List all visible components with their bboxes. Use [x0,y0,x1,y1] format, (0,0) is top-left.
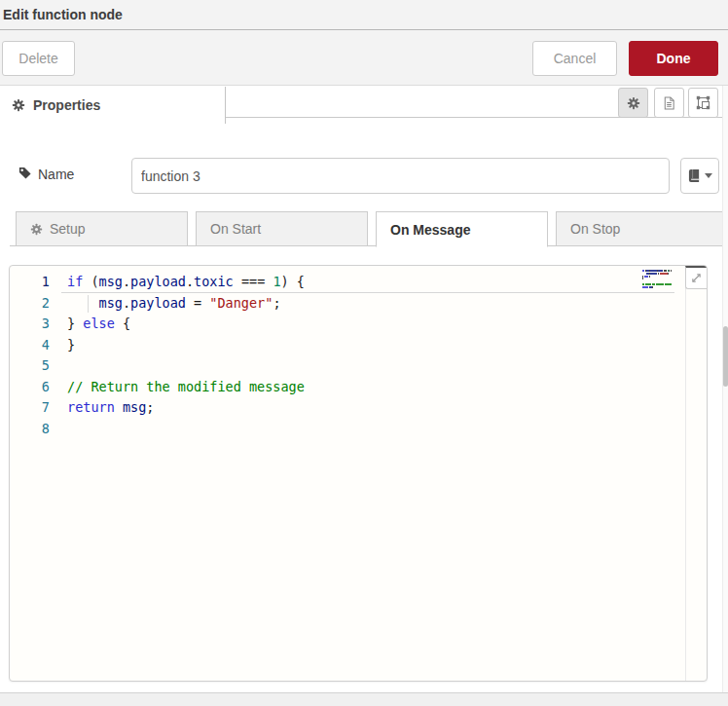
tab-on-stop-label: On Stop [570,221,620,237]
properties-tabbar-divider [226,117,728,118]
scrollbar-thumb[interactable] [723,326,728,387]
line-number: 4 [10,335,50,356]
line-number: 2 [10,293,50,315]
properties-gear-button[interactable] [618,88,648,118]
minimap-segment [642,270,644,272]
tab-on-start[interactable]: On Start [196,211,368,246]
minimap-segment [650,273,657,275]
document-icon [662,95,676,111]
resize-tray-button[interactable] [688,88,718,118]
editor-right-divider [685,266,686,682]
cancel-button[interactable]: Cancel [532,41,617,76]
gear-icon [12,98,25,112]
delete-button[interactable]: Delete [2,41,75,76]
line-number: 6 [10,377,50,398]
page-scrollbar[interactable] [722,86,728,692]
line-number: 8 [10,419,50,440]
tab-on-message-label: On Message [390,222,470,238]
minimap-segment [664,270,667,272]
book-icon [688,168,701,183]
tray-resize-footer[interactable] [0,692,728,706]
indent-guide [88,295,89,313]
minimap-segment [644,276,648,278]
minimap-segment [658,273,659,275]
tab-on-stop[interactable]: On Stop [556,211,728,246]
minimap-segment [642,286,648,288]
expand-editor-button[interactable] [685,266,708,289]
minimap-segment [652,286,653,288]
expand-icon [690,272,703,284]
code-line: return msg; [67,397,154,419]
minimap-segment [650,270,657,272]
tab-on-start-label: On Start [210,221,261,237]
minimap-segment [642,278,643,279]
minimap-segment [656,283,664,285]
dialog-titlebar: Edit function node [0,0,728,30]
tab-on-message[interactable]: On Message [376,211,548,247]
minimap-segment [671,270,672,272]
edit-function-dialog: Edit function node Delete Cancel Done Pr… [0,0,728,706]
minimap-segment [668,273,669,275]
gear-icon [627,96,640,110]
resize-icon [696,95,711,111]
tab-setup-label: Setup [50,221,86,237]
name-label: Name [38,167,74,182]
chevron-down-icon [705,173,712,178]
minimap-segment [660,273,668,275]
tag-icon [18,166,32,180]
line-number: 5 [10,355,50,377]
code-area[interactable]: if (msg.payload.toxic === 1) { msg.paylo… [10,266,707,681]
code-line: } else { [67,314,130,335]
line-number: 3 [10,314,50,335]
code-line: } [67,335,75,356]
minimap-segment [642,276,643,278]
tab-properties[interactable]: Properties [0,87,226,124]
dialog-title: Edit function node [3,7,123,22]
line-number: 1 [10,272,50,293]
tab-setup[interactable]: Setup [16,211,188,246]
done-button[interactable]: Done [629,41,718,76]
minimap-segment [645,283,651,285]
minimap-segment [658,270,663,272]
description-button[interactable] [654,88,684,118]
code-line: if (msg.payload.toxic === 1) { [67,272,305,293]
gear-icon [30,223,43,236]
minimap-segment [652,283,655,285]
tab-properties-label: Properties [33,97,100,113]
code-line: msg.payload = "Danger"; [67,293,281,315]
line-number: 7 [10,397,50,419]
minimap-segment [669,270,670,272]
dialog-toolbar: Delete Cancel Done [0,30,728,86]
current-line-border [61,292,674,293]
minimap-segment [665,283,672,285]
code-line: // Return the modified message [67,377,305,398]
name-input[interactable] [131,158,670,194]
minimap-segment [642,283,644,285]
library-dropdown-button[interactable] [680,158,719,194]
minimap[interactable] [642,270,681,295]
minimap-segment [649,276,650,278]
code-editor: if (msg.payload.toxic === 1) { msg.paylo… [9,265,708,682]
